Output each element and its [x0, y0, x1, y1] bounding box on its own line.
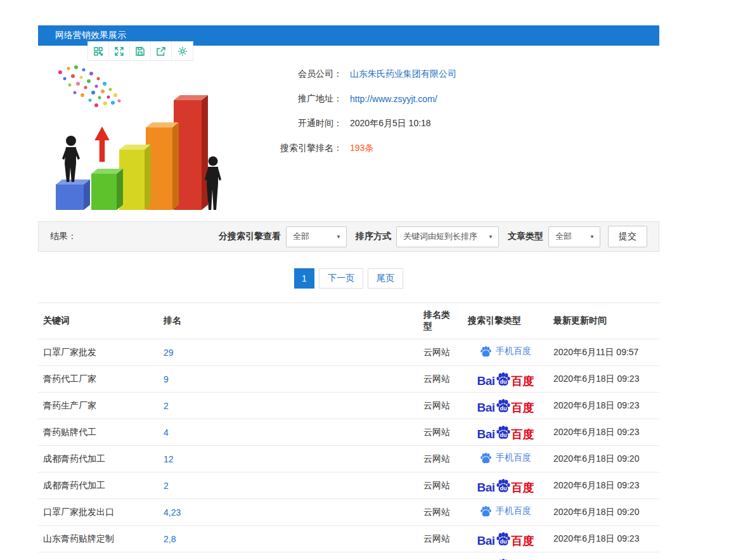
- baidu-paw-icon: [480, 346, 492, 358]
- toolbar: [87, 41, 193, 61]
- updated-cell: 2020年6月18日 09:20: [548, 446, 659, 472]
- mobile-baidu-label: 手机百度: [496, 346, 531, 357]
- rank-cell[interactable]: 12: [158, 446, 418, 472]
- article-type-label: 文章类型: [508, 231, 543, 242]
- result-row: 成都膏药代加工2云网站Baidu百度2020年6月18日 09:23: [38, 472, 659, 499]
- keyword-cell: 口罩厂家批发: [38, 339, 158, 366]
- baidu-logo-bai: Bai: [477, 401, 494, 413]
- fullscreen-icon[interactable]: [109, 42, 130, 60]
- result-row: 膏药贴牌代工4云网站Baidu百度2020年6月18日 09:23: [38, 419, 659, 446]
- qrcode-icon[interactable]: [88, 42, 109, 60]
- save-icon[interactable]: [130, 42, 151, 60]
- result-row: 膏药生产厂家2云网站Baidu百度2020年6月18日 09:23: [38, 393, 659, 419]
- filter-bar: 结果： 分搜索引擎查看 全部 ▼ 排序方式 关键词由短到长排序 ▼ 文章类型 全…: [38, 221, 659, 252]
- info-field: 搜索引擎排名：193条: [260, 143, 659, 154]
- share-icon[interactable]: [151, 42, 172, 60]
- results-table: 关键词排名排名类型搜索引擎类型最新更新时间 口罩厂家批发29云网站手机百度202…: [38, 303, 659, 560]
- baidu-paw-icon: du: [496, 478, 511, 493]
- keyword-cell: 成都膏药代加工: [38, 472, 158, 499]
- article-type-select[interactable]: 全部 ▼: [548, 226, 600, 247]
- baidu-logo-cn: 百度: [512, 402, 534, 413]
- article-type-value: 全部: [555, 231, 572, 242]
- rank-cell[interactable]: 4,7: [158, 552, 418, 560]
- engine-filter-select[interactable]: 全部 ▼: [286, 226, 347, 247]
- baidu-paw-icon: du: [496, 425, 511, 440]
- settings-icon[interactable]: [172, 42, 193, 60]
- results-tbody: 口罩厂家批发29云网站手机百度2020年6月11日 09:57膏药代工厂家9云网…: [38, 339, 659, 560]
- info-fields: 会员公司：山东朱氏药业集团有限公司推广地址：http://www.zsyyjt.…: [228, 61, 659, 210]
- result-label: 结果：: [50, 231, 77, 242]
- info-label: 会员公司：: [260, 68, 342, 80]
- sort-filter-label: 排序方式: [356, 231, 391, 242]
- submit-button[interactable]: 提交: [608, 226, 647, 247]
- mobile-baidu-logo: 手机百度: [480, 346, 531, 358]
- engine-cell: Baidu百度: [463, 366, 548, 393]
- chevron-down-icon: ▼: [488, 234, 493, 240]
- baidu-logo-cn: 百度: [512, 535, 534, 547]
- column-header: 排名类型: [418, 303, 463, 339]
- baidu-paw-icon: du: [496, 372, 511, 387]
- svg-text:du: du: [500, 405, 507, 411]
- pagination: 1 下一页 尾页: [38, 268, 659, 289]
- info-label: 开通时间：: [260, 118, 342, 129]
- updated-cell: 2020年6月18日 09:23: [548, 472, 659, 499]
- baidu-paw-icon: du: [496, 531, 511, 547]
- baidu-logo-cn: 百度: [512, 482, 534, 493]
- engine-cell: 手机百度: [463, 339, 548, 366]
- keyword-cell: 口罩厂家批发出口: [38, 499, 158, 526]
- rank-type-cell: 云网站: [418, 339, 463, 366]
- info-value[interactable]: http://www.zsyyjt.com/: [350, 94, 437, 104]
- baidu-logo: Baidu百度: [477, 398, 534, 413]
- keyword-cell: 山东膏药贴牌定制: [38, 526, 158, 552]
- page-current[interactable]: 1: [294, 268, 314, 289]
- keyword-cell: 膏药贴牌代工: [38, 419, 158, 446]
- baidu-logo: Baidu百度: [477, 372, 534, 387]
- page-title: 网络营销效果展示: [55, 30, 126, 41]
- result-row: 膏药贴牌定制厂家4,7云网站Baidu百度2020年6月18日 09:24: [38, 552, 659, 560]
- table-header-row: 关键词排名排名类型搜索引擎类型最新更新时间: [38, 303, 659, 339]
- top-section: 会员公司：山东朱氏药业集团有限公司推广地址：http://www.zsyyjt.…: [38, 61, 659, 210]
- svg-text:du: du: [500, 431, 507, 438]
- chevron-down-icon: ▼: [336, 234, 341, 240]
- result-row: 山东膏药贴牌定制2,8云网站Baidu百度2020年6月18日 09:23: [38, 526, 659, 552]
- growth-chart-illustration: [38, 61, 228, 210]
- updated-cell: 2020年6月18日 09:24: [548, 552, 659, 560]
- svg-text:du: du: [500, 485, 507, 491]
- baidu-logo-bai: Bai: [477, 428, 494, 440]
- updated-cell: 2020年6月18日 09:23: [548, 526, 659, 552]
- result-row: 口罩厂家批发29云网站手机百度2020年6月11日 09:57: [38, 339, 659, 366]
- rank-cell[interactable]: 2: [158, 472, 418, 499]
- page-next-button[interactable]: 下一页: [319, 268, 363, 289]
- promo-graphic: [38, 61, 228, 210]
- updated-cell: 2020年6月18日 09:23: [548, 393, 659, 419]
- rank-type-cell: 云网站: [418, 526, 463, 552]
- engine-cell: 手机百度: [463, 446, 548, 472]
- info-value: 193条: [350, 143, 373, 154]
- baidu-paw-icon: du: [496, 398, 511, 413]
- engine-filter-label: 分搜索引擎查看: [219, 231, 281, 242]
- result-row: 膏药代工厂家9云网站Baidu百度2020年6月18日 09:23: [38, 366, 659, 393]
- result-row: 口罩厂家批发出口4,23云网站手机百度2020年6月18日 09:20: [38, 499, 659, 526]
- rank-cell[interactable]: 29: [158, 339, 418, 366]
- info-field: 推广地址：http://www.zsyyjt.com/: [260, 93, 659, 105]
- rank-cell[interactable]: 4,23: [158, 499, 418, 526]
- rank-cell[interactable]: 9: [158, 366, 418, 393]
- result-row: 成都膏药代加工12云网站手机百度2020年6月18日 09:20: [38, 446, 659, 472]
- column-header: 最新更新时间: [548, 303, 659, 339]
- rank-cell[interactable]: 2: [158, 393, 418, 419]
- engine-cell: Baidu百度: [463, 552, 548, 560]
- rank-type-cell: 云网站: [418, 472, 463, 499]
- rank-type-cell: 云网站: [418, 446, 463, 472]
- keyword-cell: 膏药生产厂家: [38, 393, 158, 419]
- page-last-button[interactable]: 尾页: [368, 268, 403, 289]
- rank-cell[interactable]: 2,8: [158, 526, 418, 552]
- mobile-baidu-label: 手机百度: [496, 452, 531, 464]
- baidu-paw-icon: du: [496, 558, 511, 560]
- keyword-cell: 膏药贴牌定制厂家: [38, 552, 158, 560]
- baidu-logo: Baidu百度: [477, 425, 534, 440]
- rank-cell[interactable]: 4: [158, 419, 418, 446]
- rank-type-cell: 云网站: [418, 499, 463, 526]
- baidu-logo-bai: Bai: [477, 535, 494, 547]
- sort-filter-select[interactable]: 关键词由短到长排序 ▼: [396, 226, 499, 247]
- info-value[interactable]: 山东朱氏药业集团有限公司: [350, 68, 456, 80]
